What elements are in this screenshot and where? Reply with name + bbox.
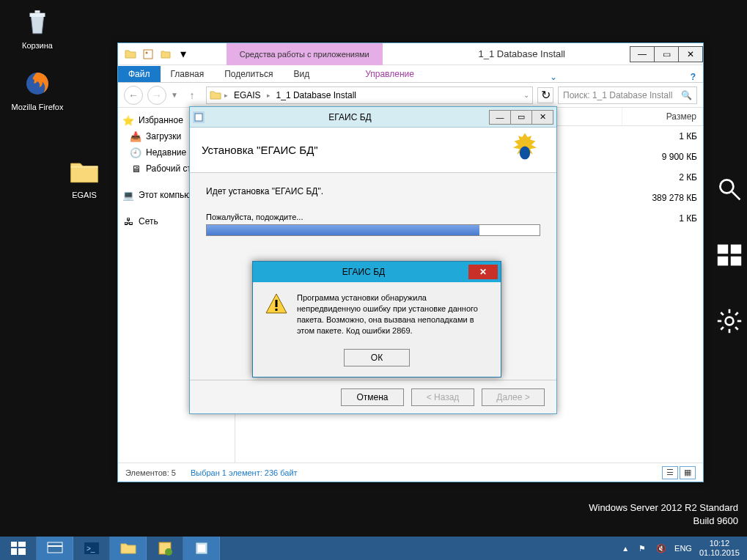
- svg-rect-7: [731, 257, 741, 266]
- tab-manage[interactable]: Управление: [355, 66, 424, 82]
- svg-point-18: [146, 51, 148, 54]
- egais-folder-icon[interactable]: EGAIS: [57, 154, 111, 199]
- svg-line-14: [735, 327, 738, 330]
- view-icons-icon[interactable]: ▦: [680, 466, 696, 479]
- qat-dropdown-icon[interactable]: ▾: [175, 46, 191, 62]
- taskbar-installer[interactable]: [183, 537, 220, 560]
- star-icon: ⭐: [122, 114, 134, 126]
- tray-flag-icon[interactable]: ⚑: [636, 542, 648, 554]
- svg-rect-0: [35, 10, 40, 13]
- cancel-button[interactable]: Отмена: [341, 388, 404, 406]
- minimize-button[interactable]: —: [630, 46, 655, 62]
- eagle-emblem-icon: [505, 130, 545, 170]
- warning-icon: [265, 292, 288, 316]
- tray-volume-icon[interactable]: 🔇: [655, 542, 667, 554]
- installer-footer: Отмена < Назад Далее >: [190, 380, 556, 413]
- downloads-icon: 📥: [130, 130, 141, 142]
- tab-file[interactable]: Файл: [118, 66, 161, 82]
- refresh-button[interactable]: ↻: [537, 87, 553, 103]
- language-indicator[interactable]: ENG: [674, 544, 692, 553]
- qat-newfolder-icon[interactable]: [158, 46, 174, 62]
- svg-point-8: [726, 317, 734, 325]
- msi-icon: [193, 111, 205, 123]
- settings-charm-icon[interactable]: [716, 308, 743, 337]
- search-charm-icon[interactable]: [716, 176, 743, 205]
- tab-home[interactable]: Главная: [161, 66, 215, 82]
- error-titlebar[interactable]: ЕГАИС БД ✕: [253, 262, 501, 282]
- folder-icon: [210, 89, 221, 101]
- svg-rect-20: [195, 114, 202, 121]
- taskbar-app1[interactable]: [147, 537, 183, 560]
- svg-rect-23: [276, 309, 278, 311]
- svg-point-33: [165, 548, 172, 556]
- close-button[interactable]: ✕: [678, 46, 703, 62]
- firefox-label: Mozilla Firefox: [10, 103, 65, 111]
- tab-share[interactable]: Поделиться: [214, 66, 283, 82]
- svg-rect-35: [198, 545, 205, 552]
- pc-icon: 💻: [122, 189, 134, 201]
- status-bar: Элементов: 5 Выбран 1 элемент: 236 байт …: [118, 463, 703, 482]
- installer-banner: Установка "ЕГАИС БД": [190, 128, 556, 173]
- status-selection: Выбран 1 элемент: 236 байт: [191, 468, 298, 477]
- explorer-titlebar[interactable]: ▾ Средства работы с приложениями 1_1 Dat…: [118, 43, 703, 65]
- tab-view[interactable]: Вид: [283, 66, 320, 82]
- breadcrumb[interactable]: ▸ EGAIS ▸ 1_1 Database Install ⌄: [206, 86, 533, 104]
- tray-show-hidden-icon[interactable]: ▲: [622, 545, 629, 553]
- tray-clock[interactable]: 10:12 01.10.2015: [699, 539, 740, 557]
- error-close-button[interactable]: ✕: [468, 265, 498, 279]
- up-button[interactable]: ↑: [183, 86, 202, 105]
- crumb-dbinstall[interactable]: 1_1 Database Install: [273, 90, 359, 100]
- crumb-egais[interactable]: EGAIS: [231, 90, 264, 100]
- column-size[interactable]: Размер: [622, 108, 703, 125]
- folder-icon: [122, 46, 139, 62]
- start-charm-icon[interactable]: [716, 242, 743, 271]
- svg-point-21: [520, 146, 530, 159]
- svg-rect-28: [48, 542, 62, 553]
- svg-line-3: [732, 192, 740, 200]
- ribbon-context-header: Средства работы с приложениями: [227, 43, 383, 65]
- svg-rect-26: [11, 548, 17, 555]
- svg-line-16: [735, 312, 738, 315]
- network-icon: 🖧: [122, 215, 134, 227]
- svg-line-13: [721, 312, 724, 315]
- recent-dropdown-icon[interactable]: ▼: [171, 91, 178, 99]
- os-watermark: Windows Server 2012 R2 Standard Build 96…: [589, 501, 738, 528]
- svg-rect-25: [18, 542, 26, 547]
- recycle-bin-icon[interactable]: Корзина: [10, 4, 65, 50]
- installer-close-button[interactable]: ✕: [531, 110, 553, 125]
- firefox-icon[interactable]: Mozilla Firefox: [10, 66, 65, 111]
- ok-button[interactable]: ОК: [344, 349, 410, 366]
- ribbon-tabs: Файл Главная Поделиться Вид Управление ⌄…: [118, 65, 703, 83]
- svg-rect-24: [11, 542, 17, 547]
- taskbar-explorer[interactable]: [110, 537, 147, 560]
- back-button[interactable]: ←: [124, 86, 143, 105]
- egais-folder-label: EGAIS: [57, 191, 111, 199]
- svg-point-2: [720, 180, 733, 193]
- start-button[interactable]: [0, 537, 37, 560]
- recent-icon: 🕘: [130, 147, 141, 158]
- svg-rect-5: [731, 245, 741, 254]
- ribbon-expand-icon[interactable]: ⌄: [542, 72, 564, 82]
- recycle-bin-label: Корзина: [10, 41, 65, 50]
- taskbar-powershell[interactable]: >_: [73, 537, 110, 560]
- installer-minimize-button[interactable]: —: [489, 110, 511, 125]
- explorer-title: 1_1 Database Install: [413, 48, 631, 59]
- view-details-icon[interactable]: ☰: [662, 466, 678, 479]
- search-input[interactable]: Поиск: 1_1 Database Install 🔍: [558, 86, 697, 104]
- search-icon: 🔍: [681, 90, 692, 100]
- maximize-button[interactable]: ▭: [654, 46, 679, 62]
- forward-button[interactable]: →: [147, 86, 166, 105]
- qat-properties-icon[interactable]: [140, 46, 156, 62]
- system-tray: ▲ ⚑ 🔇 ENG 10:12 01.10.2015: [614, 537, 747, 560]
- desktop: Корзина Mozilla Firefox EGAIS Windows Se…: [0, 0, 747, 560]
- installer-maximize-button[interactable]: ▭: [510, 110, 532, 125]
- installer-wait-text: Пожалуйста, подождите...: [206, 213, 540, 221]
- next-button: Далее >: [482, 388, 545, 406]
- breadcrumb-dropdown-icon[interactable]: ⌄: [523, 91, 529, 99]
- status-item-count: Элементов: 5: [125, 468, 176, 477]
- installer-titlebar[interactable]: ЕГАИС БД — ▭ ✕: [190, 107, 556, 128]
- svg-rect-6: [718, 257, 728, 266]
- help-icon[interactable]: ?: [683, 72, 703, 82]
- svg-rect-22: [276, 300, 278, 307]
- taskbar-server-manager[interactable]: [37, 537, 73, 560]
